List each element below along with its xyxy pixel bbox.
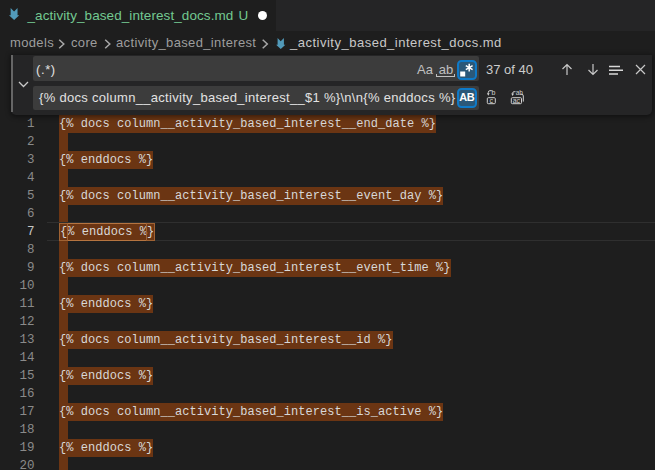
svg-text:ab: ab	[516, 89, 524, 96]
svg-text:ac: ac	[513, 97, 521, 104]
svg-text:c: c	[490, 97, 494, 104]
svg-text:b: b	[492, 89, 496, 96]
